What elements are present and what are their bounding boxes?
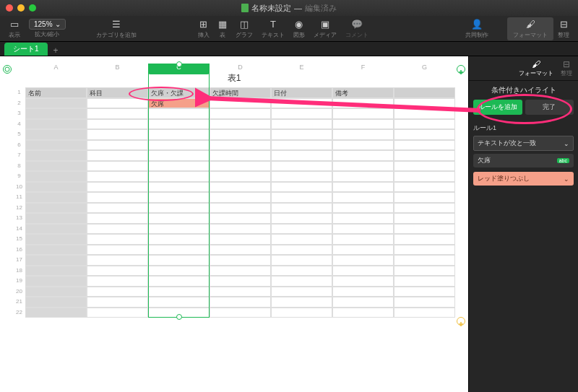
row-header-8[interactable]: 8 — [13, 161, 25, 172]
cell-B20[interactable] — [87, 287, 148, 297]
cell-A11[interactable] — [25, 192, 87, 203]
cell-G10[interactable] — [394, 182, 455, 193]
cell-C6[interactable] — [148, 140, 210, 151]
cell-E19[interactable] — [271, 276, 332, 287]
cell-A2[interactable] — [25, 98, 87, 109]
cell-F9[interactable] — [332, 171, 394, 182]
cell-B15[interactable] — [87, 234, 148, 245]
cell-B7[interactable] — [87, 150, 148, 161]
cell-A16[interactable] — [25, 245, 87, 256]
cell-F7[interactable] — [332, 150, 394, 161]
cell-D18[interactable] — [210, 266, 271, 276]
row-header-22[interactable]: 22 — [13, 308, 25, 318]
cell-B3[interactable] — [87, 108, 148, 119]
row-header-11[interactable]: 11 — [13, 192, 25, 203]
cell-G3[interactable] — [394, 108, 455, 119]
cell-B11[interactable] — [87, 192, 148, 203]
row-handle-bottom[interactable] — [457, 317, 465, 326]
cell-G20[interactable] — [394, 287, 455, 297]
media-button[interactable]: ▣メディア — [309, 19, 341, 39]
add-sheet-button[interactable]: + — [48, 45, 64, 56]
col-header-B[interactable]: B — [87, 64, 148, 74]
fullscreen-window-button[interactable] — [29, 4, 36, 12]
cell-C20[interactable] — [148, 287, 210, 297]
cell-F1[interactable]: 備考 — [332, 87, 394, 98]
cell-A20[interactable] — [25, 287, 87, 297]
row-header-18[interactable]: 18 — [13, 266, 25, 276]
zoom-control[interactable]: 125%⌄ 拡大/縮小 — [25, 19, 70, 38]
cell-D16[interactable] — [210, 245, 271, 256]
cell-F11[interactable] — [332, 192, 394, 203]
cell-G12[interactable] — [394, 203, 455, 214]
cell-B8[interactable] — [87, 161, 148, 172]
cell-A7[interactable] — [25, 150, 87, 161]
cell-A18[interactable] — [25, 266, 87, 276]
cell-A6[interactable] — [25, 140, 87, 151]
cell-B19[interactable] — [87, 276, 148, 287]
cell-F15[interactable] — [332, 234, 394, 245]
row-header-14[interactable]: 14 — [13, 224, 25, 235]
cell-D17[interactable] — [210, 255, 271, 266]
cell-E12[interactable] — [271, 203, 332, 214]
cell-C11[interactable] — [148, 192, 210, 203]
cell-C5[interactable] — [148, 129, 210, 140]
cell-E9[interactable] — [271, 171, 332, 182]
close-window-button[interactable] — [6, 4, 13, 12]
cell-A3[interactable] — [25, 108, 87, 119]
cell-G4[interactable] — [394, 119, 455, 130]
cell-D3[interactable] — [210, 108, 271, 119]
minimize-window-button[interactable] — [17, 4, 25, 12]
cell-F4[interactable] — [332, 119, 394, 130]
col-handle-right[interactable] — [457, 65, 465, 74]
cell-D7[interactable] — [210, 150, 271, 161]
row-header-17[interactable]: 17 — [13, 255, 25, 266]
cell-C14[interactable] — [148, 224, 210, 235]
cell-D4[interactable] — [210, 119, 271, 130]
done-button[interactable]: 完了 — [525, 100, 574, 115]
sheet-tab-1[interactable]: シート1 — [4, 43, 48, 56]
cell-C16[interactable] — [148, 245, 210, 256]
cell-D8[interactable] — [210, 161, 271, 172]
cell-C10[interactable] — [148, 182, 210, 193]
cell-E21[interactable] — [271, 297, 332, 308]
cell-F13[interactable] — [332, 213, 394, 224]
shape-button[interactable]: ◉図形 — [289, 19, 309, 39]
cell-A9[interactable] — [25, 171, 87, 182]
cell-C18[interactable] — [148, 266, 210, 276]
cell-C7[interactable] — [148, 150, 210, 161]
table-button[interactable]: ▦表 — [214, 19, 231, 39]
cell-G18[interactable] — [394, 266, 455, 276]
cell-E16[interactable] — [271, 245, 332, 256]
row-header-10[interactable]: 10 — [13, 182, 25, 193]
cell-E20[interactable] — [271, 287, 332, 297]
row-header-9[interactable]: 9 — [13, 171, 25, 182]
row-header-4[interactable]: 4 — [13, 119, 25, 130]
col-header-C[interactable]: C — [148, 64, 210, 74]
cell-G22[interactable] — [394, 308, 455, 318]
cell-B13[interactable] — [87, 213, 148, 224]
row-header-12[interactable]: 12 — [13, 203, 25, 214]
cell-E14[interactable] — [271, 224, 332, 235]
cell-E6[interactable] — [271, 140, 332, 151]
cell-C8[interactable] — [148, 161, 210, 172]
cell-A13[interactable] — [25, 213, 87, 224]
cell-D2[interactable] — [210, 98, 271, 109]
cell-F10[interactable] — [332, 182, 394, 193]
cell-D15[interactable] — [210, 234, 271, 245]
cell-C17[interactable] — [148, 255, 210, 266]
text-button[interactable]: Tテキスト — [257, 19, 289, 39]
condition-value-input[interactable]: 欠席abc — [473, 154, 574, 167]
cell-C12[interactable] — [148, 203, 210, 214]
cell-C19[interactable] — [148, 276, 210, 287]
cell-A10[interactable] — [25, 182, 87, 193]
cell-G1[interactable] — [394, 87, 455, 98]
cell-F20[interactable] — [332, 287, 394, 297]
cell-F17[interactable] — [332, 255, 394, 266]
cell-F3[interactable] — [332, 108, 394, 119]
cell-F6[interactable] — [332, 140, 394, 151]
cell-A22[interactable] — [25, 308, 87, 318]
cell-D13[interactable] — [210, 213, 271, 224]
cell-A14[interactable] — [25, 224, 87, 235]
cell-C3[interactable] — [148, 108, 210, 119]
chart-button[interactable]: ◫グラフ — [231, 19, 257, 39]
